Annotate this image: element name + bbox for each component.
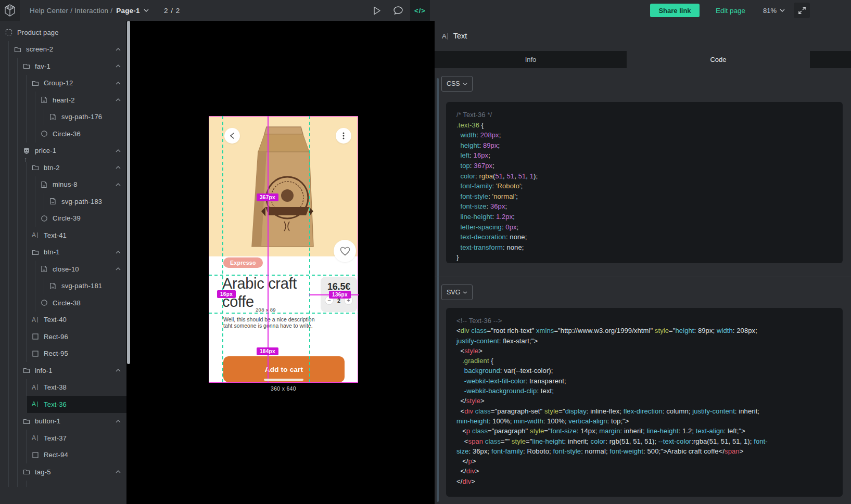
add-to-cart-label: Add to cart <box>265 366 303 373</box>
layer-row-circle-36[interactable]: Circle-36 <box>35 125 126 143</box>
layer-label: info-1 <box>35 367 53 374</box>
code-line: </style> <box>456 396 832 406</box>
panel-scrollbar[interactable] <box>437 78 439 502</box>
layer-children: svg-path-181 <box>44 278 126 295</box>
text-icon: A <box>32 316 39 324</box>
tab-info[interactable]: Info <box>435 51 627 68</box>
code-line: width: 208px; <box>456 130 832 140</box>
layer-row-rect-94[interactable]: Rect-94 <box>27 447 126 464</box>
layer-children: AText-38AText-36 <box>26 379 126 413</box>
chevron-up-icon[interactable] <box>116 369 121 372</box>
layer-row-btn-2[interactable]: btn-2 <box>27 159 126 176</box>
chevron-up-icon[interactable] <box>116 166 121 169</box>
code-line: <div class="paragraph-set" style="displa… <box>456 406 832 416</box>
code-icon: </> <box>414 7 426 15</box>
layer-row-tag-5[interactable]: tag-5 <box>18 463 126 481</box>
layer-row-text-38[interactable]: AText-38 <box>27 379 126 396</box>
layer-label: Text-38 <box>44 383 67 391</box>
layer-row-group-12[interactable]: Group-12 <box>27 75 126 92</box>
back-button[interactable] <box>224 128 240 144</box>
chevron-up-icon[interactable] <box>116 420 121 423</box>
code-line: </p> <box>456 456 832 466</box>
chevron-up-icon[interactable] <box>116 149 121 152</box>
favorite-button[interactable] <box>334 240 356 262</box>
circle-icon <box>41 130 48 137</box>
fullscreen-button[interactable] <box>794 3 810 18</box>
text-icon: A <box>32 231 39 239</box>
share-link-button[interactable]: Share link <box>650 4 700 17</box>
measure-badge-367: 367px <box>257 193 278 201</box>
chevron-up-icon[interactable] <box>116 64 121 68</box>
chevron-down-icon[interactable] <box>144 9 149 12</box>
rect-icon <box>32 451 39 459</box>
text-icon: A <box>32 384 39 391</box>
svg-format-select[interactable]: SVG <box>441 285 473 300</box>
rect-icon <box>32 333 39 340</box>
share-link-label: Share link <box>658 7 691 15</box>
layer-row-rect-96[interactable]: Rect-96 <box>27 328 126 345</box>
tab-code[interactable]: Code <box>627 51 810 68</box>
layer-row-btn-1[interactable]: btn-1 <box>27 244 126 261</box>
folder-icon <box>23 418 30 425</box>
layer-children: Group-12heart-2svg-path-176Circle-36 <box>26 75 126 143</box>
layer-row-svg-path-181[interactable]: svg-path-181 <box>44 278 126 295</box>
layer-label: screen-2 <box>26 45 53 53</box>
layer-row-fav-1[interactable]: fav-1 <box>18 58 126 75</box>
layer-row-text-40[interactable]: AText-40 <box>27 312 126 329</box>
tab-stub <box>810 51 851 68</box>
play-icon <box>373 6 381 15</box>
sidebar-scrollbar[interactable] <box>127 21 130 364</box>
layer-row-circle-39[interactable]: Circle-39 <box>35 210 126 227</box>
code-line: font-style: 'normal'; <box>456 191 832 202</box>
play-button[interactable] <box>366 0 387 21</box>
code-line: height: 89px; <box>456 140 832 151</box>
layer-row-circle-38[interactable]: Circle-38 <box>35 294 126 312</box>
edit-page-link[interactable]: Edit page <box>716 0 745 21</box>
layer-row-rect-95[interactable]: Rect-95 <box>27 345 126 363</box>
code-line: top: 367px; <box>456 161 832 171</box>
layer-row-close-10[interactable]: close-10 <box>35 261 126 278</box>
layer-row-minus-8[interactable]: minus-8 <box>35 176 126 193</box>
mask-icon <box>23 147 30 154</box>
breadcrumb-current: Page-1 <box>116 7 139 15</box>
kebab-menu-button[interactable] <box>336 128 351 144</box>
layer-row-text-37[interactable]: AText-37 <box>27 430 126 447</box>
layer-row-text-41[interactable]: AText-41 <box>27 227 126 244</box>
layer-row-price-1[interactable]: price-1 <box>18 143 126 160</box>
layer-row-svg-path-183[interactable]: svg-path-183 <box>44 193 126 210</box>
chevron-up-icon[interactable] <box>116 48 121 51</box>
app-logo[interactable] <box>0 0 20 21</box>
layers-panel: Product pagescreen-2fav-1Group-12heart-2… <box>0 21 126 504</box>
product-description: Well, this should be a nice description … <box>223 317 317 329</box>
breadcrumb[interactable]: Help Center / Interaction / Page-1 <box>30 0 149 21</box>
code-line: justify-content: flex-start;"> <box>456 336 832 346</box>
product-tag-badge[interactable]: Expresso <box>223 257 263 268</box>
svgfile-icon <box>49 198 57 205</box>
layer-row-heart-2[interactable]: heart-2 <box>35 92 126 109</box>
kebab-icon <box>342 132 345 139</box>
layer-label: price-1 <box>35 147 56 154</box>
layer-children: AText-37Rect-94 <box>26 430 126 463</box>
code-mode-button[interactable]: </> <box>410 0 430 21</box>
chevron-up-icon[interactable] <box>116 183 121 186</box>
chevron-up-icon[interactable] <box>116 82 121 85</box>
circle-icon <box>41 299 48 306</box>
chevron-up-icon[interactable] <box>116 251 121 254</box>
chevron-up-icon[interactable] <box>116 267 121 270</box>
layer-row-screen-2[interactable]: screen-2 <box>9 41 126 58</box>
layer-children: heart-2svg-path-176Circle-36 <box>35 92 126 143</box>
layer-row-button-1[interactable]: button-1 <box>18 413 126 430</box>
css-format-select[interactable]: CSS <box>441 76 473 92</box>
chevron-up-icon[interactable] <box>116 470 121 473</box>
coffee-bag-image <box>234 120 334 253</box>
layer-row-text-36[interactable]: AText-36 <box>27 396 126 413</box>
comment-button[interactable] <box>388 0 409 21</box>
layer-row-svg-path-176[interactable]: svg-path-176 <box>44 109 126 126</box>
layer-row-product-page[interactable]: Product page <box>0 24 126 41</box>
zoom-control[interactable]: 81% <box>763 0 785 21</box>
layer-children: ↑btn-2minus-8svg-path-183Circle-39AText-… <box>26 159 126 362</box>
svgfile-icon <box>41 265 48 273</box>
layer-row-info-1[interactable]: info-1 <box>18 362 126 379</box>
layer-label: btn-2 <box>44 164 60 172</box>
chevron-up-icon[interactable] <box>116 98 121 101</box>
